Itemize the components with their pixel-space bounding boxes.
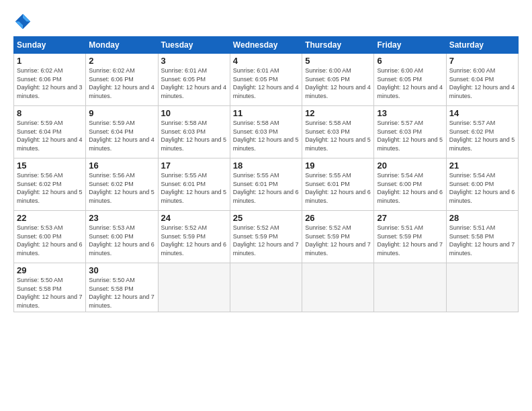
day-info: Sunrise: 5:57 AMSunset: 6:03 PMDaylight:… bbox=[377, 120, 443, 152]
table-row bbox=[446, 263, 518, 312]
day-number: 11 bbox=[233, 108, 299, 118]
day-number: 18 bbox=[233, 161, 299, 171]
day-number: 23 bbox=[89, 213, 154, 223]
table-row: 1 Sunrise: 6:02 AMSunset: 6:06 PMDayligh… bbox=[14, 54, 86, 106]
day-info: Sunrise: 5:58 AMSunset: 6:03 PMDaylight:… bbox=[161, 120, 227, 152]
calendar-table: Sunday Monday Tuesday Wednesday Thursday… bbox=[13, 36, 519, 312]
day-info: Sunrise: 5:58 AMSunset: 6:03 PMDaylight:… bbox=[233, 120, 299, 152]
day-info: Sunrise: 5:58 AMSunset: 6:03 PMDaylight:… bbox=[305, 120, 371, 152]
day-info: Sunrise: 5:56 AMSunset: 6:02 PMDaylight:… bbox=[89, 172, 154, 204]
day-info: Sunrise: 5:52 AMSunset: 5:59 PMDaylight:… bbox=[233, 224, 299, 257]
day-number: 4 bbox=[233, 56, 299, 66]
table-row: 27 Sunrise: 5:51 AMSunset: 5:59 PMDaylig… bbox=[374, 211, 446, 263]
table-row: 8 Sunrise: 5:59 AMSunset: 6:04 PMDayligh… bbox=[14, 106, 86, 158]
calendar-week-row: 22 Sunrise: 5:53 AMSunset: 6:00 PMDaylig… bbox=[14, 211, 519, 263]
day-number: 27 bbox=[377, 213, 443, 223]
page: Sunday Monday Tuesday Wednesday Thursday… bbox=[0, 0, 532, 411]
day-info: Sunrise: 6:01 AMSunset: 6:05 PMDaylight:… bbox=[233, 67, 299, 99]
day-info: Sunrise: 5:55 AMSunset: 6:01 PMDaylight:… bbox=[233, 172, 299, 204]
table-row: 19 Sunrise: 5:55 AMSunset: 6:01 PMDaylig… bbox=[302, 158, 374, 211]
day-number: 20 bbox=[377, 161, 443, 171]
table-row: 10 Sunrise: 5:58 AMSunset: 6:03 PMDaylig… bbox=[158, 106, 230, 158]
day-info: Sunrise: 5:50 AMSunset: 5:58 PMDaylight:… bbox=[17, 277, 83, 309]
table-row: 23 Sunrise: 5:53 AMSunset: 6:00 PMDaylig… bbox=[86, 211, 158, 263]
table-row: 6 Sunrise: 6:00 AMSunset: 6:05 PMDayligh… bbox=[374, 54, 446, 106]
day-number: 13 bbox=[377, 108, 443, 118]
day-number: 19 bbox=[305, 161, 371, 171]
day-info: Sunrise: 5:50 AMSunset: 5:58 PMDaylight:… bbox=[89, 277, 154, 309]
day-number: 29 bbox=[17, 265, 83, 275]
table-row: 21 Sunrise: 5:54 AMSunset: 6:00 PMDaylig… bbox=[446, 158, 518, 211]
col-thursday: Thursday bbox=[302, 37, 374, 54]
day-info: Sunrise: 5:56 AMSunset: 6:02 PMDaylight:… bbox=[17, 172, 83, 204]
day-info: Sunrise: 5:52 AMSunset: 5:59 PMDaylight:… bbox=[305, 224, 371, 257]
day-number: 30 bbox=[89, 265, 154, 275]
table-row: 28 Sunrise: 5:51 AMSunset: 5:58 PMDaylig… bbox=[446, 211, 518, 263]
table-row: 26 Sunrise: 5:52 AMSunset: 5:59 PMDaylig… bbox=[302, 211, 374, 263]
table-row: 12 Sunrise: 5:58 AMSunset: 6:03 PMDaylig… bbox=[302, 106, 374, 158]
day-number: 14 bbox=[449, 108, 515, 118]
day-info: Sunrise: 6:00 AMSunset: 6:04 PMDaylight:… bbox=[449, 67, 515, 99]
col-monday: Monday bbox=[86, 37, 158, 54]
day-info: Sunrise: 6:01 AMSunset: 6:05 PMDaylight:… bbox=[161, 67, 227, 99]
day-info: Sunrise: 5:59 AMSunset: 6:04 PMDaylight:… bbox=[17, 120, 83, 152]
calendar-week-row: 1 Sunrise: 6:02 AMSunset: 6:06 PMDayligh… bbox=[14, 54, 519, 106]
table-row: 14 Sunrise: 5:57 AMSunset: 6:02 PMDaylig… bbox=[446, 106, 518, 158]
table-row: 29 Sunrise: 5:50 AMSunset: 5:58 PMDaylig… bbox=[14, 263, 86, 312]
table-row bbox=[302, 263, 374, 312]
day-info: Sunrise: 5:54 AMSunset: 6:00 PMDaylight:… bbox=[449, 172, 515, 204]
calendar-week-row: 8 Sunrise: 5:59 AMSunset: 6:04 PMDayligh… bbox=[14, 106, 519, 158]
table-row: 16 Sunrise: 5:56 AMSunset: 6:02 PMDaylig… bbox=[86, 158, 158, 211]
day-number: 26 bbox=[305, 213, 371, 223]
day-number: 12 bbox=[305, 108, 371, 118]
calendar-header-row: Sunday Monday Tuesday Wednesday Thursday… bbox=[14, 37, 519, 54]
table-row: 13 Sunrise: 5:57 AMSunset: 6:03 PMDaylig… bbox=[374, 106, 446, 158]
calendar-week-row: 29 Sunrise: 5:50 AMSunset: 5:58 PMDaylig… bbox=[14, 263, 519, 312]
day-info: Sunrise: 6:00 AMSunset: 6:05 PMDaylight:… bbox=[305, 67, 371, 99]
day-number: 5 bbox=[305, 56, 371, 66]
day-number: 15 bbox=[17, 161, 83, 171]
table-row: 22 Sunrise: 5:53 AMSunset: 6:00 PMDaylig… bbox=[14, 211, 86, 263]
table-row: 17 Sunrise: 5:55 AMSunset: 6:01 PMDaylig… bbox=[158, 158, 230, 211]
day-info: Sunrise: 5:54 AMSunset: 6:00 PMDaylight:… bbox=[377, 172, 443, 204]
day-number: 17 bbox=[161, 161, 227, 171]
logo bbox=[13, 12, 34, 31]
table-row: 9 Sunrise: 5:59 AMSunset: 6:04 PMDayligh… bbox=[86, 106, 158, 158]
day-info: Sunrise: 5:55 AMSunset: 6:01 PMDaylight:… bbox=[305, 172, 371, 204]
day-number: 7 bbox=[449, 56, 515, 66]
day-info: Sunrise: 5:53 AMSunset: 6:00 PMDaylight:… bbox=[17, 224, 83, 257]
day-number: 22 bbox=[17, 213, 83, 223]
calendar-week-row: 15 Sunrise: 5:56 AMSunset: 6:02 PMDaylig… bbox=[14, 158, 519, 211]
col-wednesday: Wednesday bbox=[230, 37, 302, 54]
table-row bbox=[374, 263, 446, 312]
day-info: Sunrise: 6:00 AMSunset: 6:05 PMDaylight:… bbox=[377, 67, 443, 99]
table-row: 20 Sunrise: 5:54 AMSunset: 6:00 PMDaylig… bbox=[374, 158, 446, 211]
col-tuesday: Tuesday bbox=[158, 37, 230, 54]
day-info: Sunrise: 5:51 AMSunset: 5:59 PMDaylight:… bbox=[377, 224, 443, 257]
table-row: 15 Sunrise: 5:56 AMSunset: 6:02 PMDaylig… bbox=[14, 158, 86, 211]
col-saturday: Saturday bbox=[446, 37, 518, 54]
day-info: Sunrise: 6:02 AMSunset: 6:06 PMDaylight:… bbox=[89, 67, 154, 99]
header bbox=[13, 12, 519, 31]
table-row: 3 Sunrise: 6:01 AMSunset: 6:05 PMDayligh… bbox=[158, 54, 230, 106]
day-number: 21 bbox=[449, 161, 515, 171]
day-info: Sunrise: 5:53 AMSunset: 6:00 PMDaylight:… bbox=[89, 224, 154, 257]
table-row: 4 Sunrise: 6:01 AMSunset: 6:05 PMDayligh… bbox=[230, 54, 302, 106]
table-row: 18 Sunrise: 5:55 AMSunset: 6:01 PMDaylig… bbox=[230, 158, 302, 211]
day-info: Sunrise: 6:02 AMSunset: 6:06 PMDaylight:… bbox=[17, 67, 83, 99]
table-row: 30 Sunrise: 5:50 AMSunset: 5:58 PMDaylig… bbox=[86, 263, 158, 312]
table-row: 11 Sunrise: 5:58 AMSunset: 6:03 PMDaylig… bbox=[230, 106, 302, 158]
day-info: Sunrise: 5:52 AMSunset: 5:59 PMDaylight:… bbox=[161, 224, 227, 257]
day-number: 3 bbox=[161, 56, 227, 66]
table-row: 25 Sunrise: 5:52 AMSunset: 5:59 PMDaylig… bbox=[230, 211, 302, 263]
day-number: 8 bbox=[17, 108, 83, 118]
day-info: Sunrise: 5:55 AMSunset: 6:01 PMDaylight:… bbox=[161, 172, 227, 204]
day-number: 2 bbox=[89, 56, 154, 66]
day-number: 6 bbox=[377, 56, 443, 66]
table-row: 24 Sunrise: 5:52 AMSunset: 5:59 PMDaylig… bbox=[158, 211, 230, 263]
day-number: 25 bbox=[233, 213, 299, 223]
day-number: 28 bbox=[449, 213, 515, 223]
day-number: 16 bbox=[89, 161, 154, 171]
table-row bbox=[230, 263, 302, 312]
day-number: 10 bbox=[161, 108, 227, 118]
